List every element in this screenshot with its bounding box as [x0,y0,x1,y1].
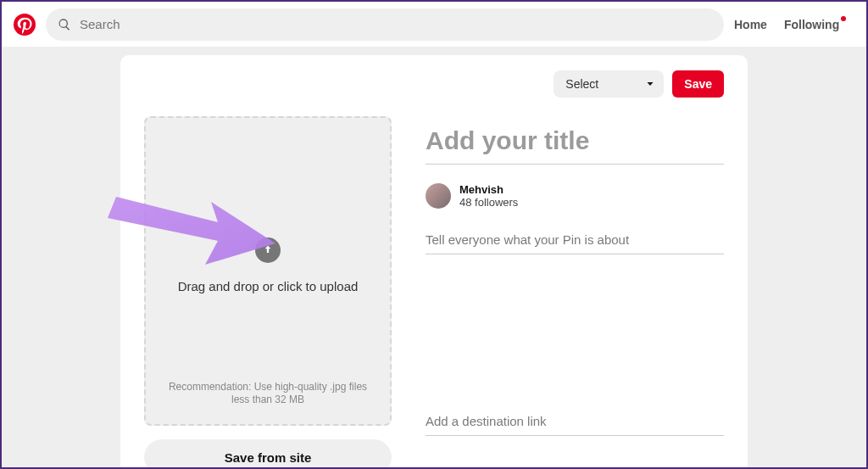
save-from-site-button[interactable]: Save from site [144,439,392,469]
avatar[interactable] [426,183,451,209]
chevron-down-icon [645,79,655,89]
search-field[interactable] [80,17,712,31]
nav-following-label: Following [784,18,839,31]
save-button[interactable]: Save [672,70,724,98]
nav-home[interactable]: Home [734,18,767,31]
search-input[interactable] [46,8,724,41]
right-column: Mehvish 48 followers [426,116,724,469]
board-select-label: Select [565,77,598,91]
author-block: Mehvish 48 followers [426,183,724,209]
dropzone-recommendation: Recommendation: Use high-quality .jpg fi… [166,381,370,407]
dropzone-text: Drag and drop or click to upload [178,278,359,295]
card-toolbar: Select Save [144,70,724,98]
upload-dropzone[interactable]: Drag and drop or click to upload Recomme… [144,116,392,426]
top-nav: Home Following [734,18,839,31]
notification-dot-icon [841,16,846,21]
author-name: Mehvish [459,183,518,196]
top-bar: Home Following [2,2,866,48]
page-stage: Select Save Drag and drop or click to up… [2,48,866,469]
pin-title-input[interactable] [426,121,724,165]
pin-link-input[interactable] [426,407,724,436]
author-info: Mehvish 48 followers [459,183,518,209]
search-icon [58,18,71,31]
pin-builder-card: Select Save Drag and drop or click to up… [120,55,748,469]
left-column: Drag and drop or click to upload Recomme… [144,116,392,469]
pinterest-logo-icon[interactable] [14,14,36,36]
pin-description-input[interactable] [426,226,724,254]
board-select[interactable]: Select [554,70,664,98]
author-followers: 48 followers [459,196,518,209]
nav-following[interactable]: Following [784,18,839,31]
upload-icon [255,237,281,263]
